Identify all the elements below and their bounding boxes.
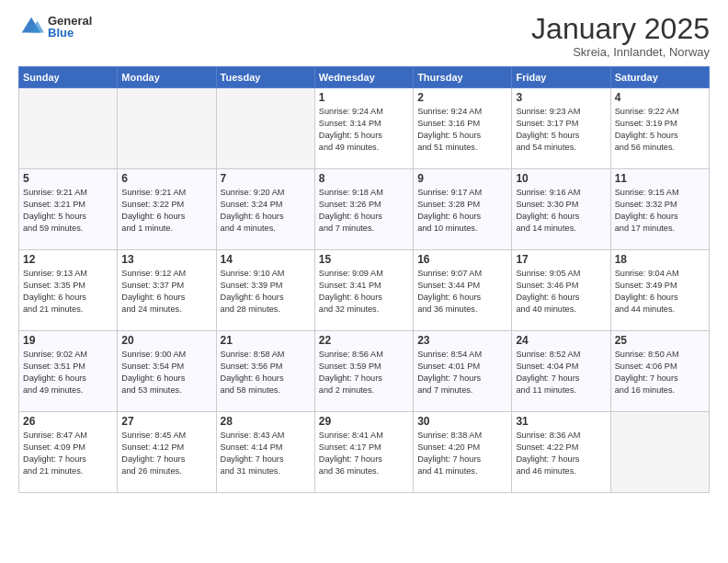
calendar-cell: 3Sunrise: 9:23 AM Sunset: 3:17 PM Daylig… [512,88,610,169]
calendar-cell: 9Sunrise: 9:17 AM Sunset: 3:28 PM Daylig… [414,169,512,250]
day-info: Sunrise: 9:12 AM Sunset: 3:37 PM Dayligh… [121,268,211,316]
day-info: Sunrise: 9:24 AM Sunset: 3:14 PM Dayligh… [319,106,409,154]
header: General Blue January 2025 Skreia, Innlan… [18,14,710,59]
col-header-thursday: Thursday [414,67,512,88]
calendar-cell: 30Sunrise: 8:38 AM Sunset: 4:20 PM Dayli… [414,412,512,493]
day-info: Sunrise: 8:45 AM Sunset: 4:12 PM Dayligh… [121,430,211,477]
day-number: 14 [221,253,311,266]
day-info: Sunrise: 8:41 AM Sunset: 4:17 PM Dayligh… [319,430,409,477]
day-number: 4 [615,91,705,104]
page: General Blue January 2025 Skreia, Innlan… [0,0,728,563]
logo: General Blue [18,14,92,40]
calendar-cell: 27Sunrise: 8:45 AM Sunset: 4:12 PM Dayli… [118,412,216,493]
calendar-cell: 8Sunrise: 9:18 AM Sunset: 3:26 PM Daylig… [314,169,413,250]
calendar-cell: 1Sunrise: 9:24 AM Sunset: 3:14 PM Daylig… [314,88,413,169]
day-info: Sunrise: 9:10 AM Sunset: 3:39 PM Dayligh… [221,268,311,316]
calendar-cell: 28Sunrise: 8:43 AM Sunset: 4:14 PM Dayli… [216,412,314,493]
logo-icon [18,14,44,40]
calendar-cell [19,88,118,169]
col-header-monday: Monday [118,67,216,88]
day-info: Sunrise: 8:36 AM Sunset: 4:22 PM Dayligh… [516,430,606,477]
calendar-cell [216,88,314,169]
col-header-saturday: Saturday [610,67,709,88]
day-number: 2 [417,91,507,104]
day-number: 20 [121,334,211,347]
day-number: 10 [516,172,606,185]
day-number: 12 [23,253,113,266]
calendar-cell: 25Sunrise: 8:50 AM Sunset: 4:06 PM Dayli… [610,331,709,412]
day-number: 17 [516,253,606,266]
calendar-cell: 7Sunrise: 9:20 AM Sunset: 3:24 PM Daylig… [216,169,314,250]
day-info: Sunrise: 9:05 AM Sunset: 3:46 PM Dayligh… [516,268,606,316]
day-number: 9 [417,172,507,185]
calendar-cell: 23Sunrise: 8:54 AM Sunset: 4:01 PM Dayli… [414,331,512,412]
day-number: 29 [319,415,409,428]
day-info: Sunrise: 9:20 AM Sunset: 3:24 PM Dayligh… [221,187,311,235]
day-number: 6 [121,172,211,185]
day-number: 28 [221,415,311,428]
day-info: Sunrise: 8:56 AM Sunset: 3:59 PM Dayligh… [319,349,409,396]
calendar-cell: 12Sunrise: 9:13 AM Sunset: 3:35 PM Dayli… [19,250,118,331]
calendar-cell: 21Sunrise: 8:58 AM Sunset: 3:56 PM Dayli… [216,331,314,412]
day-info: Sunrise: 9:21 AM Sunset: 3:22 PM Dayligh… [121,187,211,235]
calendar-cell: 6Sunrise: 9:21 AM Sunset: 3:22 PM Daylig… [118,169,216,250]
calendar-table: SundayMondayTuesdayWednesdayThursdayFrid… [18,66,710,493]
calendar-week-4: 19Sunrise: 9:02 AM Sunset: 3:51 PM Dayli… [19,331,710,412]
month-title: January 2025 [531,14,710,43]
day-info: Sunrise: 9:22 AM Sunset: 3:19 PM Dayligh… [615,106,705,154]
calendar-cell: 13Sunrise: 9:12 AM Sunset: 3:37 PM Dayli… [118,250,216,331]
day-info: Sunrise: 8:47 AM Sunset: 4:09 PM Dayligh… [23,430,113,477]
calendar-header-row: SundayMondayTuesdayWednesdayThursdayFrid… [19,67,710,88]
day-info: Sunrise: 8:54 AM Sunset: 4:01 PM Dayligh… [417,349,507,396]
calendar-cell: 26Sunrise: 8:47 AM Sunset: 4:09 PM Dayli… [19,412,118,493]
calendar-cell: 10Sunrise: 9:16 AM Sunset: 3:30 PM Dayli… [512,169,610,250]
day-info: Sunrise: 9:21 AM Sunset: 3:21 PM Dayligh… [23,187,113,235]
day-number: 7 [221,172,311,185]
day-info: Sunrise: 9:24 AM Sunset: 3:16 PM Dayligh… [417,106,507,154]
col-header-sunday: Sunday [19,67,118,88]
day-info: Sunrise: 9:13 AM Sunset: 3:35 PM Dayligh… [23,268,113,316]
day-info: Sunrise: 9:09 AM Sunset: 3:41 PM Dayligh… [319,268,409,316]
calendar-cell: 15Sunrise: 9:09 AM Sunset: 3:41 PM Dayli… [314,250,413,331]
day-info: Sunrise: 8:50 AM Sunset: 4:06 PM Dayligh… [615,349,705,396]
day-number: 19 [23,334,113,347]
calendar-week-3: 12Sunrise: 9:13 AM Sunset: 3:35 PM Dayli… [19,250,710,331]
calendar-cell: 24Sunrise: 8:52 AM Sunset: 4:04 PM Dayli… [512,331,610,412]
day-number: 30 [417,415,507,428]
day-number: 3 [516,91,606,104]
calendar-cell: 2Sunrise: 9:24 AM Sunset: 3:16 PM Daylig… [414,88,512,169]
col-header-tuesday: Tuesday [216,67,314,88]
day-info: Sunrise: 8:43 AM Sunset: 4:14 PM Dayligh… [221,430,311,477]
day-number: 27 [121,415,211,428]
calendar-cell: 5Sunrise: 9:21 AM Sunset: 3:21 PM Daylig… [19,169,118,250]
location-subtitle: Skreia, Innlandet, Norway [531,45,710,59]
day-info: Sunrise: 9:16 AM Sunset: 3:30 PM Dayligh… [516,187,606,235]
day-info: Sunrise: 8:58 AM Sunset: 3:56 PM Dayligh… [221,349,311,396]
day-info: Sunrise: 9:23 AM Sunset: 3:17 PM Dayligh… [516,106,606,154]
day-number: 24 [516,334,606,347]
day-info: Sunrise: 9:02 AM Sunset: 3:51 PM Dayligh… [23,349,113,396]
day-number: 13 [121,253,211,266]
col-header-wednesday: Wednesday [314,67,413,88]
day-info: Sunrise: 8:38 AM Sunset: 4:20 PM Dayligh… [417,430,507,477]
day-number: 26 [23,415,113,428]
day-info: Sunrise: 9:07 AM Sunset: 3:44 PM Dayligh… [417,268,507,316]
logo-text: General Blue [48,15,92,39]
calendar-cell: 18Sunrise: 9:04 AM Sunset: 3:49 PM Dayli… [610,250,709,331]
col-header-friday: Friday [512,67,610,88]
calendar-cell: 20Sunrise: 9:00 AM Sunset: 3:54 PM Dayli… [118,331,216,412]
day-info: Sunrise: 9:17 AM Sunset: 3:28 PM Dayligh… [417,187,507,235]
calendar-week-5: 26Sunrise: 8:47 AM Sunset: 4:09 PM Dayli… [19,412,710,493]
day-number: 11 [615,172,705,185]
day-info: Sunrise: 9:04 AM Sunset: 3:49 PM Dayligh… [615,268,705,316]
day-number: 21 [221,334,311,347]
calendar-cell [118,88,216,169]
day-number: 25 [615,334,705,347]
day-number: 23 [417,334,507,347]
calendar-week-1: 1Sunrise: 9:24 AM Sunset: 3:14 PM Daylig… [19,88,710,169]
calendar-week-2: 5Sunrise: 9:21 AM Sunset: 3:21 PM Daylig… [19,169,710,250]
day-info: Sunrise: 9:15 AM Sunset: 3:32 PM Dayligh… [615,187,705,235]
calendar-cell: 29Sunrise: 8:41 AM Sunset: 4:17 PM Dayli… [314,412,413,493]
day-number: 15 [319,253,409,266]
calendar-cell: 19Sunrise: 9:02 AM Sunset: 3:51 PM Dayli… [19,331,118,412]
